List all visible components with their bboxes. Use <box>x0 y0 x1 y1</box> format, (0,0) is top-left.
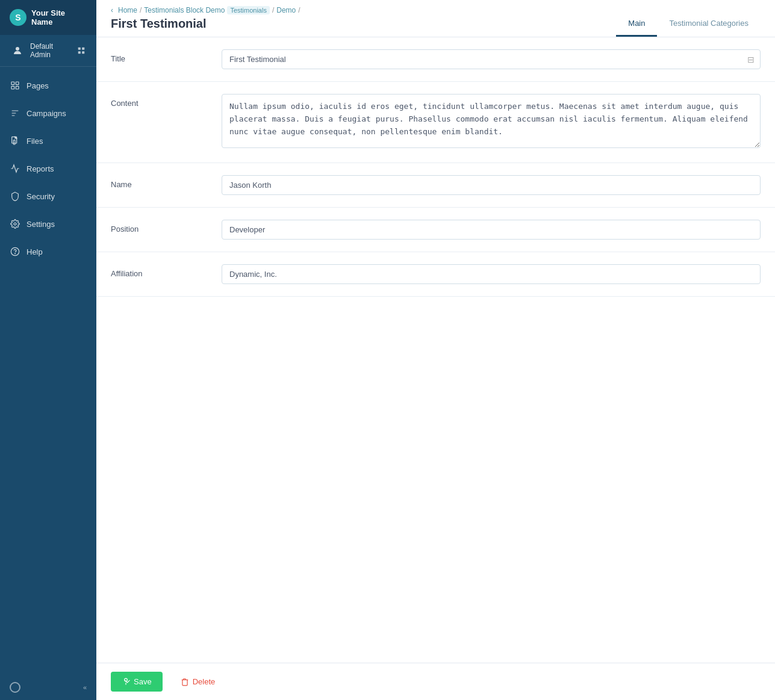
help-label: Help <box>26 247 43 256</box>
page-title: First Testimonial <box>111 14 616 37</box>
save-icon <box>122 678 130 686</box>
save-button[interactable]: Save <box>111 672 163 692</box>
affiliation-row: Affiliation <box>96 252 775 297</box>
sidebar-item-pages[interactable]: Pages <box>0 72 96 99</box>
breadcrumb-sep1: / <box>140 6 142 14</box>
header: ‹ Home / Testimonials Block Demo Testimo… <box>96 0 775 37</box>
title-input[interactable] <box>222 49 761 69</box>
name-input[interactable] <box>222 175 761 195</box>
content-control: Nullam ipsum odio, iaculis id eros eget,… <box>222 94 761 150</box>
campaigns-icon <box>10 108 20 119</box>
tabs: Main Testimonial Categories <box>616 10 761 37</box>
footer-indicator <box>10 682 20 693</box>
svg-rect-2 <box>82 48 84 50</box>
header-top: ‹ Home / Testimonials Block Demo Testimo… <box>111 0 761 37</box>
title-input-icon: ⊟ <box>747 55 755 64</box>
affiliation-label: Affiliation <box>111 264 207 278</box>
sidebar-item-settings[interactable]: Settings <box>0 210 96 238</box>
name-label: Name <box>111 175 207 189</box>
svg-rect-3 <box>78 51 81 54</box>
reports-icon <box>10 163 20 174</box>
breadcrumb-demo[interactable]: Demo <box>276 6 296 14</box>
title-control: ⊟ <box>222 49 761 69</box>
affiliation-input[interactable] <box>222 264 761 284</box>
position-label: Position <box>111 220 207 234</box>
breadcrumb-tag: Testimonials <box>227 6 270 14</box>
settings-label: Settings <box>26 220 55 229</box>
sidebar-item-files[interactable]: Files <box>0 127 96 155</box>
breadcrumb-sep3: / <box>298 6 300 14</box>
campaigns-label: Campaigns <box>26 109 66 118</box>
svg-rect-5 <box>11 82 14 85</box>
user-section[interactable]: Default Admin <box>0 35 96 67</box>
content-textarea[interactable]: Nullam ipsum odio, iaculis id eros eget,… <box>222 94 761 148</box>
settings-icon <box>10 218 20 229</box>
name-control <box>222 175 761 195</box>
security-icon <box>10 191 20 202</box>
files-label: Files <box>26 137 43 146</box>
svg-rect-8 <box>16 86 19 89</box>
collapse-button[interactable]: « <box>83 684 87 691</box>
save-label: Save <box>134 677 152 686</box>
main-content: ‹ Home / Testimonials Block Demo Testimo… <box>96 0 775 700</box>
tab-testimonial-categories[interactable]: Testimonial Categories <box>657 10 761 37</box>
svg-rect-4 <box>82 51 84 54</box>
security-label: Security <box>26 192 55 201</box>
help-icon <box>10 246 20 257</box>
svg-point-0 <box>16 47 19 51</box>
svg-rect-1 <box>78 48 81 50</box>
sidebar-footer: « <box>0 675 96 700</box>
position-input[interactable] <box>222 220 761 240</box>
files-icon <box>10 135 20 146</box>
pages-label: Pages <box>26 81 49 90</box>
user-name: Default Admin <box>30 42 71 59</box>
name-row: Name <box>96 163 775 208</box>
content-label: Content <box>111 94 207 108</box>
back-button[interactable]: ‹ <box>111 6 113 14</box>
title-row: Title ⊟ <box>96 37 775 82</box>
delete-icon <box>181 678 189 686</box>
breadcrumb-home[interactable]: Home <box>118 6 137 14</box>
sidebar-nav: Pages Campaigns Files Reports <box>0 67 96 675</box>
user-action-icon[interactable] <box>76 45 87 56</box>
sidebar-item-campaigns[interactable]: Campaigns <box>0 99 96 127</box>
breadcrumb: ‹ Home / Testimonials Block Demo Testimo… <box>111 0 616 14</box>
site-logo-area[interactable]: S Your Site Name <box>0 0 96 35</box>
logo-icon: S <box>10 9 26 26</box>
breadcrumb-block-demo[interactable]: Testimonials Block Demo <box>144 6 225 14</box>
svg-point-12 <box>11 247 19 255</box>
position-row: Position <box>96 208 775 252</box>
reports-label: Reports <box>26 164 54 173</box>
delete-button[interactable]: Delete <box>172 672 224 692</box>
svg-rect-7 <box>11 86 14 89</box>
sidebar-item-help[interactable]: Help <box>0 238 96 265</box>
content-row: Content Nullam ipsum odio, iaculis id er… <box>96 82 775 163</box>
breadcrumb-sep2: / <box>272 6 274 14</box>
position-control <box>222 220 761 240</box>
form-content: Title ⊟ Content Nullam ipsum odio, iacul… <box>96 37 775 663</box>
footer-bar: Save Delete <box>96 663 775 700</box>
pages-icon <box>10 80 20 91</box>
user-icon <box>10 43 25 58</box>
sidebar: S Your Site Name Default Admin Pages Cam… <box>0 0 96 700</box>
svg-rect-10 <box>13 140 15 144</box>
svg-point-11 <box>14 223 16 225</box>
sidebar-item-security[interactable]: Security <box>0 182 96 210</box>
svg-rect-6 <box>16 82 19 85</box>
tab-main[interactable]: Main <box>616 10 657 37</box>
delete-label: Delete <box>193 677 216 686</box>
title-label: Title <box>111 49 207 63</box>
affiliation-control <box>222 264 761 284</box>
sidebar-item-reports[interactable]: Reports <box>0 155 96 182</box>
site-name: Your Site Name <box>31 8 87 26</box>
